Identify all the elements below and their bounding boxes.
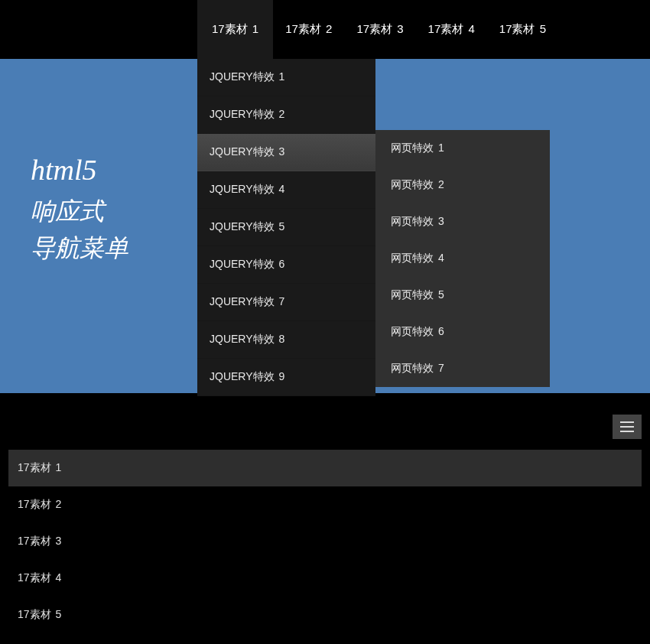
mobile-nav-item[interactable]: 17素材 1 [8, 450, 642, 486]
top-nav-item-2[interactable]: 17素材 2 [273, 0, 344, 59]
dropdown-l1-item[interactable]: JQUERY特效 2 [197, 96, 375, 134]
hero-title-cn2: 导航菜单 [31, 229, 128, 266]
hero-section: 17素材 1 17素材 2 17素材 3 17素材 4 17素材 5 html5… [0, 0, 650, 393]
dropdown-l2-item[interactable]: 网页特效 6 [375, 314, 550, 350]
dropdown-l2-item[interactable]: 网页特效 2 [375, 167, 550, 203]
dropdown-l1-item[interactable]: JQUERY特效 7 [197, 284, 375, 321]
top-nav-item-5[interactable]: 17素材 5 [487, 0, 558, 59]
hero-title-en: html5 [31, 153, 128, 187]
dropdown-level-2: 网页特效 1 网页特效 2 网页特效 3 网页特效 4 网页特效 5 网页特效 … [375, 130, 550, 387]
dropdown-l2-item[interactable]: 网页特效 1 [375, 130, 550, 167]
dropdown-l1-item-hovered[interactable]: JQUERY特效 3 [197, 134, 375, 171]
top-nav-item-1[interactable]: 17素材 1 [197, 0, 273, 59]
mobile-nav-item[interactable]: 17素材 5 [8, 597, 642, 633]
mobile-nav-item[interactable]: 17素材 4 [8, 560, 642, 597]
mobile-header [8, 415, 642, 439]
hamburger-bar [620, 431, 634, 432]
dropdown-l2-item[interactable]: 网页特效 7 [375, 350, 550, 387]
hero-text: html5 响应式 导航菜单 [31, 153, 128, 266]
top-nav-item-4[interactable]: 17素材 4 [416, 0, 487, 59]
dropdown-l2-item[interactable]: 网页特效 3 [375, 203, 550, 240]
dropdown-l1-item[interactable]: JQUERY特效 6 [197, 246, 375, 284]
dropdown-l1-item[interactable]: JQUERY特效 8 [197, 321, 375, 359]
hamburger-bar [620, 421, 634, 423]
dropdown-l1-item[interactable]: JQUERY特效 4 [197, 171, 375, 209]
dropdown-l1-item[interactable]: JQUERY特效 5 [197, 209, 375, 246]
dropdown-level-1: JQUERY特效 1 JQUERY特效 2 JQUERY特效 3 JQUERY特… [197, 59, 375, 396]
dropdown-l2-item[interactable]: 网页特效 5 [375, 277, 550, 314]
mobile-nav-section: 17素材 1 17素材 2 17素材 3 17素材 4 17素材 5 [0, 393, 650, 644]
mobile-nav-item[interactable]: 17素材 3 [8, 523, 642, 560]
hero-title-cn1: 响应式 [31, 193, 128, 229]
mobile-nav-item[interactable]: 17素材 2 [8, 486, 642, 523]
dropdown-l2-item[interactable]: 网页特效 4 [375, 240, 550, 277]
dropdown-l1-item[interactable]: JQUERY特效 1 [197, 59, 375, 96]
hamburger-icon[interactable] [613, 415, 642, 439]
top-nav: 17素材 1 17素材 2 17素材 3 17素材 4 17素材 5 [0, 0, 650, 59]
top-nav-item-3[interactable]: 17素材 3 [344, 0, 415, 59]
dropdown-l1-item[interactable]: JQUERY特效 9 [197, 359, 375, 396]
hamburger-bar [620, 426, 634, 428]
